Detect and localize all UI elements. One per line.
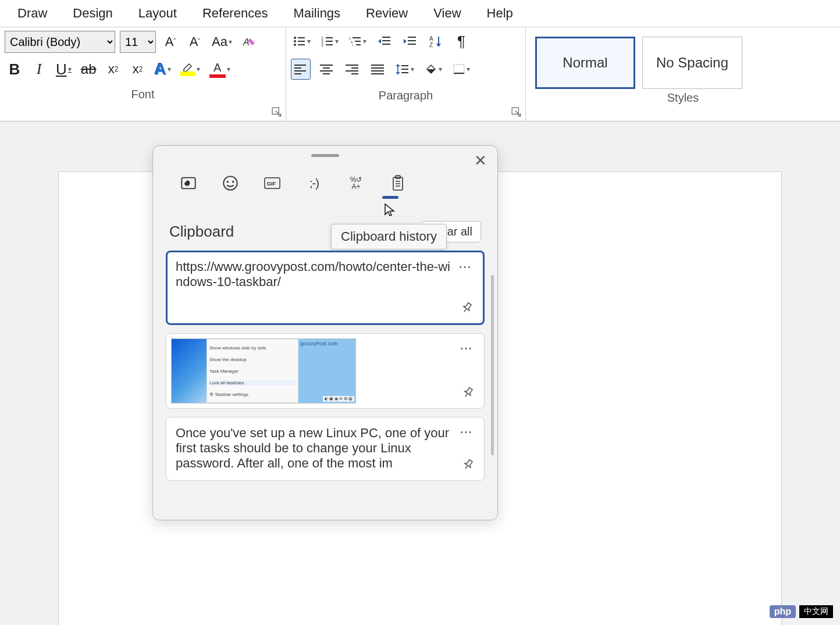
borders-button[interactable]: ▾: [450, 59, 472, 80]
decrease-indent-button[interactable]: [375, 31, 394, 52]
svg-rect-45: [401, 69, 408, 70]
menu-draw[interactable]: Draw: [5, 3, 60, 23]
font-dialog-launcher[interactable]: [272, 107, 282, 117]
svg-rect-40: [371, 65, 384, 66]
php-logo: php: [770, 605, 796, 618]
clipboard-item-more-icon[interactable]: ⋯: [460, 424, 474, 440]
active-tab-indicator: [382, 196, 398, 199]
font-name-combo[interactable]: Calibri (Body): [5, 31, 115, 53]
thumbnail-window-bg: groovyPost.com ◐ ▣ ◉ ✉ ⚙ ⏻: [298, 339, 355, 403]
clipboard-panel: ✕ GIF ;-) %↺A+ Clipboard history Clipboa…: [152, 145, 498, 520]
svg-rect-31: [294, 73, 301, 74]
pin-icon[interactable]: [462, 458, 475, 474]
svg-rect-47: [454, 65, 464, 74]
styles-group-label: Styles: [531, 89, 835, 106]
emoji-panel-tabs: GIF ;-) %↺A+: [153, 157, 497, 198]
svg-rect-43: [371, 73, 384, 74]
pin-icon[interactable]: [462, 386, 475, 402]
svg-point-2: [294, 37, 296, 39]
menu-bar: Draw Design Layout References Mailings R…: [0, 0, 840, 27]
text-effects-button[interactable]: A▾: [152, 59, 173, 80]
show-hide-marks-button[interactable]: ¶: [451, 31, 471, 52]
clipboard-title: Clipboard: [169, 223, 234, 241]
style-no-spacing[interactable]: No Spacing: [642, 37, 742, 89]
svg-rect-44: [401, 65, 408, 66]
tab-kaomoji[interactable]: ;-): [304, 173, 324, 193]
subscript-button[interactable]: x2: [103, 59, 123, 80]
clipboard-item-2[interactable]: Show windows side by side Show the deskt…: [166, 333, 485, 409]
clipboard-item-text: https://www.groovypost.com/howto/center-…: [176, 259, 475, 290]
svg-rect-35: [323, 73, 330, 74]
shading-button[interactable]: ▾: [422, 59, 444, 80]
svg-text:3: 3: [321, 43, 323, 47]
svg-rect-3: [298, 37, 305, 38]
underline-button[interactable]: U▾: [54, 59, 74, 80]
align-left-button[interactable]: [291, 59, 311, 80]
thumbnail-context-menu: Show windows side by side Show the deskt…: [207, 339, 298, 403]
align-center-button[interactable]: [316, 59, 336, 80]
italic-button[interactable]: I: [29, 59, 49, 80]
numbering-button[interactable]: 123▾: [319, 31, 341, 52]
tab-clipboard-history[interactable]: [388, 173, 408, 193]
clear-formatting-button[interactable]: A: [239, 31, 259, 52]
paragraph-group-label: Paragraph: [291, 87, 521, 103]
ribbon-group-font: Calibri (Body) 11 Aˆ Aˇ Aa▾ A B I U▾ ab …: [0, 27, 286, 121]
align-right-button[interactable]: [342, 59, 362, 80]
svg-rect-25: [408, 44, 416, 45]
svg-rect-34: [320, 70, 333, 72]
tab-emoji[interactable]: [220, 173, 240, 193]
increase-indent-button[interactable]: [400, 31, 420, 52]
svg-rect-19: [356, 44, 361, 45]
svg-rect-7: [298, 44, 305, 45]
tab-recent[interactable]: [179, 173, 198, 193]
font-group-label: Font: [5, 85, 281, 102]
multilevel-list-button[interactable]: 1ai▾: [347, 31, 369, 52]
menu-design[interactable]: Design: [60, 3, 125, 23]
menu-help[interactable]: Help: [474, 3, 526, 23]
line-spacing-button[interactable]: ▾: [393, 59, 417, 80]
svg-rect-22: [382, 44, 390, 45]
tab-gif[interactable]: GIF: [262, 173, 282, 193]
sort-button[interactable]: AZ: [426, 31, 446, 52]
superscript-button[interactable]: x2: [127, 59, 147, 80]
style-normal[interactable]: Normal: [535, 37, 635, 89]
svg-rect-17: [355, 41, 361, 42]
change-case-button[interactable]: Aa▾: [209, 31, 234, 52]
svg-text:A: A: [243, 37, 250, 47]
menu-layout[interactable]: Layout: [126, 3, 190, 23]
clipboard-item-3[interactable]: Once you've set up a new Linux PC, one o…: [166, 417, 485, 481]
svg-text:i: i: [353, 44, 353, 47]
scrollbar-thumb[interactable]: [491, 275, 494, 455]
clipboard-item-1[interactable]: https://www.groovypost.com/howto/center-…: [166, 251, 485, 325]
svg-rect-32: [320, 65, 333, 66]
tab-symbols[interactable]: %↺A+: [346, 173, 366, 193]
svg-point-52: [227, 181, 229, 183]
paragraph-dialog-launcher[interactable]: [511, 107, 522, 117]
justify-button[interactable]: [368, 59, 387, 80]
svg-text:A: A: [429, 35, 433, 42]
svg-rect-33: [323, 67, 330, 69]
clipboard-items-list: https://www.groovypost.com/howto/center-…: [153, 251, 497, 481]
clipboard-image-thumbnail: Show windows side by side Show the deskt…: [171, 338, 356, 403]
ribbon-group-styles: Normal No Spacing Styles: [526, 27, 840, 121]
grow-font-button[interactable]: Aˆ: [161, 31, 180, 52]
menu-review[interactable]: Review: [353, 3, 421, 23]
menu-references[interactable]: References: [190, 3, 281, 23]
clipboard-item-more-icon[interactable]: ⋯: [460, 341, 474, 356]
svg-rect-39: [351, 73, 358, 74]
svg-point-53: [232, 181, 234, 183]
bullets-button[interactable]: ▾: [291, 31, 313, 52]
menu-view[interactable]: View: [421, 3, 474, 23]
strikethrough-button[interactable]: ab: [79, 59, 99, 80]
shrink-font-button[interactable]: Aˇ: [185, 31, 205, 52]
highlight-button[interactable]: ▾: [178, 59, 202, 80]
font-size-combo[interactable]: 11: [120, 31, 156, 53]
menu-mailings[interactable]: Mailings: [280, 3, 353, 23]
bold-button[interactable]: B: [5, 59, 24, 80]
clipboard-item-more-icon[interactable]: ⋯: [458, 259, 472, 274]
svg-rect-29: [294, 67, 301, 69]
font-color-button[interactable]: A ▾: [207, 59, 233, 80]
pin-icon[interactable]: [461, 301, 474, 317]
svg-point-6: [294, 44, 296, 46]
thumbnail-desktop-bg: [172, 339, 207, 403]
